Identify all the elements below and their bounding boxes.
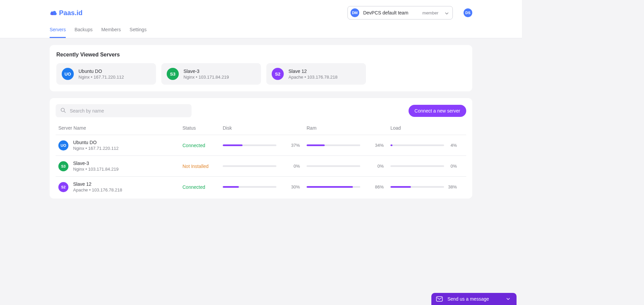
table-row[interactable]: S3Slave-3Nginx • 103.171.84.219Not Insta… xyxy=(56,156,466,176)
meter-label: 30% xyxy=(280,184,300,189)
meter-track xyxy=(390,186,444,188)
server-status: Connected xyxy=(182,184,223,190)
meter-track xyxy=(390,165,444,167)
col-load: Load xyxy=(390,125,464,131)
meter-fill xyxy=(307,186,353,188)
col-disk: Disk xyxy=(223,125,307,131)
meter: 38% xyxy=(390,184,464,189)
recent-title: Recently Viewed Servers xyxy=(56,52,466,58)
server-badge: S3 xyxy=(58,161,68,171)
col-server-name: Server Name xyxy=(58,125,182,131)
brand-name: Paas.id xyxy=(59,9,83,17)
server-status: Connected xyxy=(182,143,223,148)
meter-fill xyxy=(390,144,392,146)
meter: 0% xyxy=(307,164,390,169)
tab-backups[interactable]: Backups xyxy=(74,27,93,38)
chat-widget[interactable]: Send us a message xyxy=(431,293,517,305)
server-name: Slave 12 xyxy=(288,69,337,74)
meter-track xyxy=(223,165,276,167)
server-name: Slave-3 xyxy=(183,69,229,74)
server-status: Not Installed xyxy=(182,164,223,169)
chevron-down-icon xyxy=(445,10,448,15)
svg-line-1 xyxy=(64,111,65,113)
meter: 34% xyxy=(307,143,390,148)
connect-server-button[interactable]: Connect a new server xyxy=(409,105,466,117)
table-header: Server Name Status Disk Ram Load xyxy=(56,120,466,135)
table-row[interactable]: UOUbuntu DONginx • 167.71.220.112Connect… xyxy=(56,135,466,156)
tab-servers[interactable]: Servers xyxy=(50,27,66,38)
table-row[interactable]: S2Slave 12Apache • 103.176.78.218Connect… xyxy=(56,176,466,197)
recent-servers-card: Recently Viewed Servers UOUbuntu DONginx… xyxy=(50,45,472,91)
cloud-icon xyxy=(50,10,57,16)
team-role: member xyxy=(422,10,438,15)
meter-track xyxy=(223,186,276,188)
server-subtitle: Nginx • 167.71.220.112 xyxy=(73,146,118,151)
mail-icon xyxy=(436,296,443,302)
meter: 86% xyxy=(307,184,390,189)
chat-label: Send us a message xyxy=(447,296,489,302)
meter: 4% xyxy=(390,143,464,148)
server-subtitle: Nginx • 103.171.84.219 xyxy=(183,75,229,80)
meter-track xyxy=(223,144,276,146)
meter-label: 34% xyxy=(364,143,384,148)
meter-fill xyxy=(223,144,243,146)
team-avatar: DM xyxy=(351,8,359,17)
meter-label: 0% xyxy=(280,164,300,169)
meter: 0% xyxy=(223,164,307,169)
col-ram: Ram xyxy=(307,125,390,131)
server-subtitle: Nginx • 167.71.220.112 xyxy=(78,75,124,80)
col-status: Status xyxy=(182,125,223,131)
meter-label: 37% xyxy=(280,143,300,148)
server-subtitle: Apache • 103.176.78.218 xyxy=(288,75,337,80)
search-icon xyxy=(60,107,66,114)
meter-track xyxy=(390,144,444,146)
server-badge: S2 xyxy=(272,68,284,80)
server-name: Slave-3 xyxy=(73,161,118,166)
meter-track xyxy=(307,165,360,167)
server-subtitle: Nginx • 103.171.84.219 xyxy=(73,167,118,172)
recent-server-card[interactable]: UOUbuntu DONginx • 167.71.220.112 xyxy=(56,63,156,85)
search-input-wrapper[interactable] xyxy=(56,104,192,117)
tab-settings[interactable]: Settings xyxy=(129,27,147,38)
meter-track xyxy=(307,186,360,188)
chevron-down-icon xyxy=(506,298,510,300)
search-input[interactable] xyxy=(69,108,187,114)
server-badge: S3 xyxy=(167,68,179,80)
user-avatar[interactable]: DS xyxy=(464,8,472,17)
server-name: Ubuntu DO xyxy=(78,69,124,74)
meter-label: 38% xyxy=(448,184,457,189)
meter-track xyxy=(307,144,360,146)
meter: 0% xyxy=(390,164,464,169)
server-name: Ubuntu DO xyxy=(73,140,118,145)
tab-members[interactable]: Members xyxy=(101,27,121,38)
meter-label: 0% xyxy=(448,164,457,169)
meter-fill xyxy=(223,186,239,188)
meter: 37% xyxy=(223,143,307,148)
team-selector[interactable]: DM DevPCS default team member xyxy=(347,6,453,19)
server-name: Slave 12 xyxy=(73,181,122,187)
recent-server-card[interactable]: S2Slave 12Apache • 103.176.78.218 xyxy=(266,63,366,85)
meter: 30% xyxy=(223,184,307,189)
server-subtitle: Apache • 103.176.78.218 xyxy=(73,187,122,192)
server-badge: UO xyxy=(58,140,68,150)
meter-label: 0% xyxy=(364,164,384,169)
team-name: DevPCS default team xyxy=(363,10,409,15)
meter-fill xyxy=(390,186,411,188)
server-badge: S2 xyxy=(58,182,68,192)
recent-server-card[interactable]: S3Slave-3Nginx • 103.171.84.219 xyxy=(161,63,261,85)
meter-label: 86% xyxy=(364,184,384,189)
servers-card: Connect a new server Server Name Status … xyxy=(50,98,472,199)
server-badge: UO xyxy=(62,68,74,80)
brand-logo[interactable]: Paas.id xyxy=(50,9,83,17)
svg-rect-2 xyxy=(436,297,442,301)
meter-label: 4% xyxy=(448,143,457,148)
meter-fill xyxy=(307,144,325,146)
